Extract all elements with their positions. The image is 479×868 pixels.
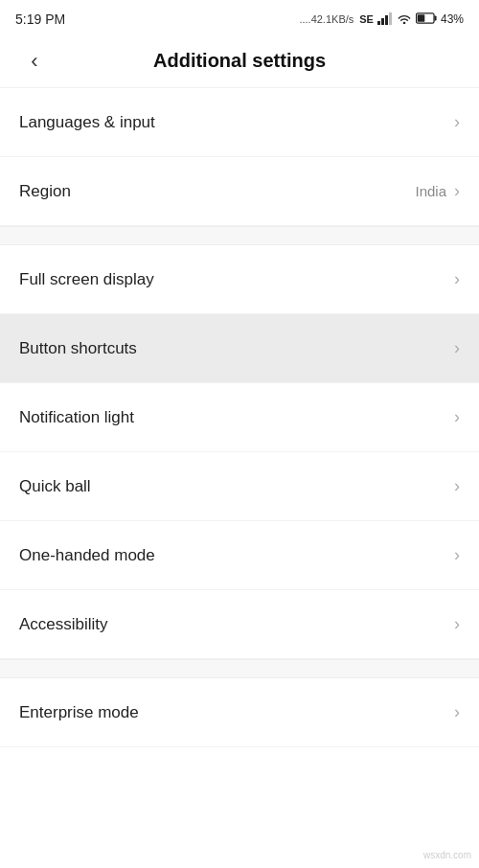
chevron-icon-languages: ›: [454, 112, 460, 132]
page-title: Additional settings: [61, 50, 418, 72]
status-time: 5:19 PM: [15, 11, 65, 27]
chevron-icon-enterprise: ›: [454, 702, 460, 722]
settings-item-right-quick-ball: ›: [454, 476, 460, 496]
chevron-icon-accessibility: ›: [454, 614, 460, 634]
settings-item-right-accessibility: ›: [454, 614, 460, 634]
group-gap: [0, 659, 479, 678]
sim-icon: SE: [359, 13, 374, 25]
settings-item-one-handed[interactable]: One-handed mode›: [0, 521, 479, 590]
settings-item-quick-ball[interactable]: Quick ball›: [0, 452, 479, 521]
settings-item-region[interactable]: RegionIndia›: [0, 157, 479, 226]
settings-group-group2: Full screen display›Button shortcuts›Not…: [0, 245, 479, 659]
svg-rect-2: [385, 15, 388, 25]
chevron-icon-button-shortcuts: ›: [454, 338, 460, 358]
settings-item-left-region: Region: [19, 182, 71, 201]
chevron-icon-one-handed: ›: [454, 545, 460, 565]
wifi-icon: [397, 12, 412, 27]
settings-list: Languages & input›RegionIndia›Full scree…: [0, 88, 479, 747]
settings-item-left-quick-ball: Quick ball: [19, 477, 91, 496]
settings-item-label-button-shortcuts: Button shortcuts: [19, 339, 137, 358]
settings-item-right-one-handed: ›: [454, 545, 460, 565]
settings-item-right-enterprise: ›: [454, 702, 460, 722]
settings-item-left-button-shortcuts: Button shortcuts: [19, 339, 137, 358]
chevron-icon-fullscreen: ›: [454, 269, 460, 289]
settings-item-left-enterprise: Enterprise mode: [19, 703, 139, 722]
settings-item-label-one-handed: One-handed mode: [19, 546, 155, 565]
settings-item-right-button-shortcuts: ›: [454, 338, 460, 358]
settings-item-languages[interactable]: Languages & input›: [0, 88, 479, 157]
settings-item-left-languages: Languages & input: [19, 113, 155, 132]
settings-item-fullscreen[interactable]: Full screen display›: [0, 245, 479, 314]
svg-rect-3: [389, 12, 392, 25]
status-speed: ....42.1KB/s: [299, 13, 354, 25]
watermark: wsxdn.com: [423, 850, 471, 860]
settings-item-label-languages: Languages & input: [19, 113, 155, 132]
settings-item-left-accessibility: Accessibility: [19, 615, 108, 634]
settings-item-right-notification-light: ›: [454, 407, 460, 427]
settings-item-label-enterprise: Enterprise mode: [19, 703, 139, 722]
settings-item-left-one-handed: One-handed mode: [19, 546, 155, 565]
status-bar: 5:19 PM ....42.1KB/s SE: [0, 0, 479, 34]
settings-item-accessibility[interactable]: Accessibility›: [0, 590, 479, 659]
chevron-icon-quick-ball: ›: [454, 476, 460, 496]
settings-item-label-accessibility: Accessibility: [19, 615, 108, 634]
battery-percent: 43%: [441, 12, 464, 26]
settings-item-label-region: Region: [19, 182, 71, 201]
settings-item-left-notification-light: Notification light: [19, 408, 134, 427]
status-icons: ....42.1KB/s SE: [299, 11, 464, 28]
group-gap: [0, 226, 479, 245]
settings-item-label-notification-light: Notification light: [19, 408, 134, 427]
settings-item-value-region: India: [415, 183, 446, 199]
signal-icon: [377, 11, 393, 28]
back-button[interactable]: ‹: [15, 42, 54, 80]
settings-item-label-quick-ball: Quick ball: [19, 477, 91, 496]
settings-item-notification-light[interactable]: Notification light›: [0, 383, 479, 452]
chevron-icon-notification-light: ›: [454, 407, 460, 427]
svg-rect-0: [377, 21, 380, 25]
battery-icon: [416, 12, 437, 27]
svg-rect-5: [434, 15, 436, 20]
settings-item-left-fullscreen: Full screen display: [19, 270, 154, 289]
settings-group-group3: Enterprise mode›: [0, 678, 479, 747]
settings-item-button-shortcuts[interactable]: Button shortcuts›: [0, 314, 479, 383]
svg-rect-1: [381, 18, 384, 25]
chevron-icon-region: ›: [454, 181, 460, 201]
settings-item-label-fullscreen: Full screen display: [19, 270, 154, 289]
settings-item-enterprise[interactable]: Enterprise mode›: [0, 678, 479, 747]
settings-item-right-languages: ›: [454, 112, 460, 132]
settings-item-right-fullscreen: ›: [454, 269, 460, 289]
settings-group-group1: Languages & input›RegionIndia›: [0, 88, 479, 226]
settings-item-right-region: India›: [415, 181, 460, 201]
app-bar: ‹ Additional settings: [0, 34, 479, 88]
back-icon: ‹: [31, 49, 37, 74]
svg-rect-6: [418, 14, 425, 22]
